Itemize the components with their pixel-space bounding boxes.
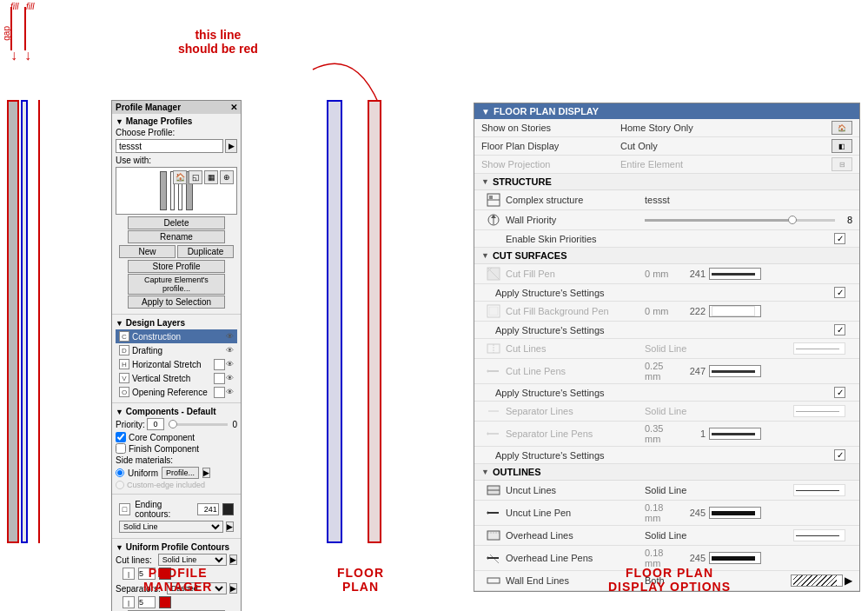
pm-close-icon[interactable]: ✕ xyxy=(230,103,237,112)
pm-layer-vert-icon: V xyxy=(119,373,129,383)
pm-finish-checkbox[interactable] xyxy=(116,443,126,454)
pm-priority-slider[interactable] xyxy=(169,423,229,426)
pm-layer-drafting[interactable]: D Drafting 👁 xyxy=(116,343,237,357)
fpdo-uncut-line-pen-row: Uncut Line Pen 0.18 mm 245 xyxy=(474,501,859,526)
pm-profile-btn[interactable]: Profile... xyxy=(162,467,199,479)
pm-layer-vert-text: Vertical Stretch xyxy=(132,374,214,383)
pm-layer-construction[interactable]: C Construction 👁 xyxy=(116,329,237,343)
pm-manage-label: Manage Profiles xyxy=(126,116,193,126)
pm-profile-arrow-btn[interactable]: ▶ xyxy=(225,139,237,153)
fpdo-uncut-line-pen-swatch xyxy=(709,507,761,519)
fpdo-cut-fill-pen-row: Cut Fill Pen 0 mm 241 xyxy=(474,264,859,284)
bottom-label-fpdo: FLOOR PLAN DISPLAY OPTIONS xyxy=(608,566,731,594)
fpdo-floor-plan-display-row: Floor Plan Display Cut Only ◧ xyxy=(474,137,859,156)
pm-ending-value[interactable] xyxy=(197,503,219,515)
fpdo-sep-line-pens-swatch xyxy=(709,428,761,440)
pm-icon-2[interactable]: ◱ xyxy=(189,170,202,184)
pm-solid-arrow-btn[interactable]: ▶ xyxy=(226,521,234,532)
fpdo-wall-priority-slider[interactable] xyxy=(645,219,835,222)
pm-layer-opening[interactable]: O Opening Reference 👁 xyxy=(116,385,237,399)
overhead-lines-svg xyxy=(486,528,501,543)
fpdo-sep-line-pens-preview xyxy=(709,428,761,440)
fpdo-bottom-line1: FLOOR PLAN xyxy=(608,566,731,580)
fpdo-cut-surfaces-label: CUT SURFACES xyxy=(493,250,567,261)
pm-uniform-label: Uniform xyxy=(128,468,158,478)
pm-eye-horiz[interactable]: 👁 xyxy=(226,360,234,369)
pm-duplicate-btn[interactable]: Duplicate xyxy=(177,245,234,258)
fpdo-wall-end-arrow-icon: ▶ xyxy=(845,574,852,587)
fpdo-apply-struct-1-row: Apply Structure's Settings ✓ xyxy=(474,284,859,302)
pm-capture-btn[interactable]: Capture Element's profile... xyxy=(128,274,225,295)
fpdo-apply-struct-3-label: Apply Structure's Settings xyxy=(495,388,634,398)
svg-marker-18 xyxy=(487,432,488,435)
red-vertical-line xyxy=(38,100,40,543)
pm-apply-selection-btn[interactable]: Apply to Selection xyxy=(128,296,225,309)
pm-eye-opening[interactable]: 👁 xyxy=(226,388,234,396)
pm-finish-label: Finish Component xyxy=(129,444,199,454)
cut-fill-bg-svg xyxy=(486,303,501,319)
pm-icon-3[interactable]: ▦ xyxy=(204,170,218,184)
fpdo-uncut-line-pen-mm: 0.18 mm xyxy=(645,502,679,523)
fpdo-enable-skin-label: Enable Skin Priorities xyxy=(506,234,645,244)
fpdo-sep-lines-icon xyxy=(481,403,506,419)
fpdo-apply-struct-1-checkbox[interactable]: ✓ xyxy=(834,287,845,298)
fpdo-overhead-lines-preview xyxy=(793,529,845,541)
fpdo-show-on-stories-row: Show on Stories Home Story Only 🏠 xyxy=(474,119,859,137)
fpdo-cut-line-pens-bar xyxy=(712,370,755,373)
cut-lines-svg xyxy=(486,341,501,356)
fpdo-cut-fill-bg-num: 222 xyxy=(679,306,706,316)
pm-checkbox-vert[interactable] xyxy=(214,373,225,384)
fpdo-apply-struct-3-checkbox[interactable]: ✓ xyxy=(834,387,845,398)
pm-eye-drafting[interactable]: 👁 xyxy=(226,346,234,355)
pm-priority-label: Priority: xyxy=(116,420,145,429)
fpdo-cut-line-pens-preview xyxy=(709,365,761,377)
pm-new-btn[interactable]: New xyxy=(119,245,176,258)
fpdo-show-stories-icon[interactable]: 🏠 xyxy=(832,121,852,135)
pm-checkbox-horiz[interactable] xyxy=(214,359,225,370)
pm-priority-input[interactable] xyxy=(147,418,164,430)
pm-core-checkbox[interactable] xyxy=(116,432,126,442)
pm-sep-pen-value[interactable] xyxy=(138,596,156,608)
pm-checkbox-opening[interactable] xyxy=(214,387,225,398)
fpdo-complex-struct-icon xyxy=(481,192,506,208)
pm-finish-row: Finish Component xyxy=(116,443,237,454)
pm-solid-line-select[interactable]: Solid Line xyxy=(119,521,223,533)
fpdo-apply-struct-2-checkbox[interactable]: ✓ xyxy=(834,324,845,335)
pm-icon-4[interactable]: ⊕ xyxy=(220,170,234,184)
fpdo-apply-struct-1-label: Apply Structure's Settings xyxy=(495,288,634,298)
pm-layer-horiz-icon: H xyxy=(119,359,129,369)
fpdo-fp-display-label: Floor Plan Display xyxy=(481,141,620,151)
fpdo-enable-skin-checkbox[interactable]: ✓ xyxy=(834,233,845,244)
pm-uniform-radio[interactable] xyxy=(116,468,124,477)
pm-eye-construction[interactable]: 👁 xyxy=(226,332,234,341)
complex-struct-svg xyxy=(486,192,501,208)
pm-rename-btn[interactable]: Rename xyxy=(128,230,225,243)
pm-icon-1[interactable]: 🏠 xyxy=(173,170,187,184)
pm-cut-lines-row: Cut lines: Solid Line ▶ xyxy=(116,554,237,566)
pm-layer-horiz[interactable]: H Horizontal Stretch 👁 xyxy=(116,357,237,371)
pm-store-btn[interactable]: Store Profile xyxy=(128,260,225,273)
pm-sep-arrow-btn[interactable]: ▶ xyxy=(229,583,237,594)
fpdo-sep-line-pens-label: Separator Line Pens xyxy=(506,428,645,439)
fpdo-fp-display-value: Cut Only xyxy=(620,141,828,151)
pm-profile-arrow2[interactable]: ▶ xyxy=(202,468,210,478)
pm-profile-input[interactable] xyxy=(116,139,223,153)
pm-eye-vert[interactable]: 👁 xyxy=(226,374,234,382)
fpdo-fp-display-icon[interactable]: ◧ xyxy=(832,139,852,153)
pm-priority-row: Priority: 0 xyxy=(116,418,237,430)
pm-layer-vert[interactable]: V Vertical Stretch 👁 xyxy=(116,371,237,385)
pm-custom-edge-row: Custom-edge included xyxy=(116,481,237,489)
fpdo-cut-line-pens-icon xyxy=(481,363,506,379)
pm-cut-arrow-btn[interactable]: ▶ xyxy=(229,555,237,565)
fpdo-show-stories-icon-box[interactable]: 🏠 xyxy=(828,121,852,135)
fpdo-uncut-line-pen-bar xyxy=(712,511,755,515)
fpdo-fp-display-icon-box[interactable]: ◧ xyxy=(828,139,852,153)
fpdo-wall-priority-slider-container[interactable] xyxy=(645,219,835,222)
pm-cut-lines-select[interactable]: Solid Line xyxy=(158,554,227,566)
pm-custom-radio[interactable] xyxy=(116,481,124,489)
pm-delete-btn[interactable]: Delete xyxy=(128,216,225,229)
fpdo-cut-line-pens-mm: 0.25 mm xyxy=(645,361,679,382)
pm-ending-color xyxy=(222,503,234,515)
fpdo-cut-lines-swatch xyxy=(793,342,845,355)
fpdo-apply-struct-4-checkbox[interactable]: ✓ xyxy=(834,449,845,461)
